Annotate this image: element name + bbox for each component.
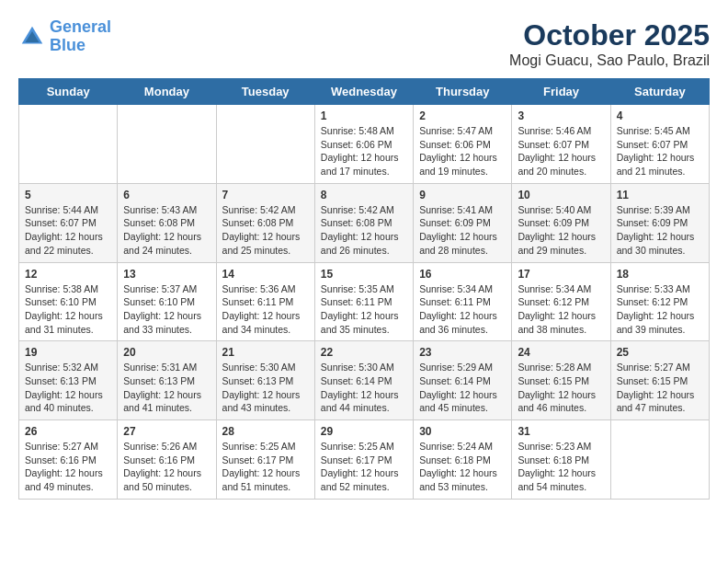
- cell-info: Sunrise: 5:44 AMSunset: 6:07 PMDaylight:…: [25, 203, 111, 258]
- sunset-text: Sunset: 6:15 PM: [518, 374, 604, 388]
- sunrise-text: Sunrise: 5:26 AM: [123, 440, 210, 454]
- sunrise-text: Sunrise: 5:35 AM: [321, 282, 407, 296]
- calendar-cell: 4Sunrise: 5:45 AMSunset: 6:07 PMDaylight…: [610, 105, 709, 184]
- day-number: 9: [419, 189, 506, 201]
- day-number: 20: [123, 346, 210, 359]
- sunrise-text: Sunrise: 5:46 AM: [518, 124, 604, 138]
- calendar-cell: 19Sunrise: 5:32 AMSunset: 6:13 PMDayligh…: [19, 341, 118, 420]
- day-number: 27: [123, 425, 210, 438]
- sunrise-text: Sunrise: 5:38 AM: [25, 282, 111, 296]
- daylight-text: Daylight: 12 hours and 47 minutes.: [617, 388, 703, 415]
- cell-info: Sunrise: 5:47 AMSunset: 6:06 PMDaylight:…: [419, 124, 506, 178]
- day-number: 23: [419, 346, 506, 359]
- sunset-text: Sunset: 6:09 PM: [518, 216, 604, 230]
- sunset-text: Sunset: 6:14 PM: [321, 374, 407, 388]
- cell-info: Sunrise: 5:29 AMSunset: 6:14 PMDaylight:…: [419, 361, 506, 415]
- calendar-cell: 14Sunrise: 5:36 AMSunset: 6:11 PMDayligh…: [216, 262, 314, 341]
- sunset-text: Sunset: 6:11 PM: [222, 295, 309, 309]
- cell-info: Sunrise: 5:25 AMSunset: 6:17 PMDaylight:…: [321, 440, 407, 494]
- title-section: October 2025 Mogi Guacu, Sao Paulo, Braz…: [509, 18, 710, 69]
- cell-info: Sunrise: 5:45 AMSunset: 6:07 PMDaylight:…: [617, 124, 703, 178]
- sunset-text: Sunset: 6:15 PM: [617, 374, 703, 388]
- sunset-text: Sunset: 6:12 PM: [617, 295, 703, 309]
- sunrise-text: Sunrise: 5:34 AM: [518, 282, 604, 296]
- daylight-text: Daylight: 12 hours and 45 minutes.: [419, 388, 506, 415]
- sunset-text: Sunset: 6:13 PM: [222, 374, 309, 388]
- cell-info: Sunrise: 5:41 AMSunset: 6:09 PMDaylight:…: [419, 203, 506, 258]
- location-title: Mogi Guacu, Sao Paulo, Brazil: [509, 52, 710, 69]
- sunrise-text: Sunrise: 5:31 AM: [123, 361, 210, 374]
- cell-info: Sunrise: 5:43 AMSunset: 6:08 PMDaylight:…: [123, 203, 210, 258]
- calendar-cell: 16Sunrise: 5:34 AMSunset: 6:11 PMDayligh…: [414, 262, 512, 341]
- day-number: 28: [222, 425, 309, 438]
- sunset-text: Sunset: 6:06 PM: [321, 138, 407, 152]
- logo-text: General Blue: [50, 18, 111, 55]
- daylight-text: Daylight: 12 hours and 30 minutes.: [617, 230, 703, 257]
- cell-info: Sunrise: 5:39 AMSunset: 6:09 PMDaylight:…: [617, 203, 703, 258]
- calendar-body: 1Sunrise: 5:48 AMSunset: 6:06 PMDaylight…: [19, 105, 710, 500]
- daylight-text: Daylight: 12 hours and 24 minutes.: [123, 230, 210, 257]
- day-number: 6: [123, 189, 210, 201]
- calendar-week-5: 26Sunrise: 5:27 AMSunset: 6:16 PMDayligh…: [19, 420, 710, 500]
- sunrise-text: Sunrise: 5:34 AM: [419, 282, 506, 296]
- daylight-text: Daylight: 12 hours and 35 minutes.: [321, 309, 407, 336]
- daylight-text: Daylight: 12 hours and 41 minutes.: [123, 388, 210, 415]
- daylight-text: Daylight: 12 hours and 44 minutes.: [321, 388, 407, 415]
- day-number: 29: [321, 425, 407, 438]
- daylight-text: Daylight: 12 hours and 19 minutes.: [419, 151, 506, 178]
- logo: General Blue: [18, 18, 111, 55]
- calendar-cell: 3Sunrise: 5:46 AMSunset: 6:07 PMDaylight…: [512, 105, 610, 184]
- cell-info: Sunrise: 5:34 AMSunset: 6:11 PMDaylight:…: [419, 282, 506, 337]
- sunset-text: Sunset: 6:17 PM: [222, 454, 309, 467]
- weekday-header-saturday: Saturday: [610, 79, 709, 105]
- day-number: 5: [25, 189, 111, 201]
- logo-icon: [18, 23, 46, 51]
- calendar-cell: [19, 105, 118, 184]
- sunrise-text: Sunrise: 5:48 AM: [321, 124, 407, 138]
- sunset-text: Sunset: 6:09 PM: [617, 216, 703, 230]
- daylight-text: Daylight: 12 hours and 36 minutes.: [419, 309, 506, 336]
- cell-info: Sunrise: 5:34 AMSunset: 6:12 PMDaylight:…: [518, 282, 604, 337]
- calendar-cell: 28Sunrise: 5:25 AMSunset: 6:17 PMDayligh…: [216, 420, 314, 500]
- calendar-week-4: 19Sunrise: 5:32 AMSunset: 6:13 PMDayligh…: [19, 341, 710, 420]
- cell-info: Sunrise: 5:40 AMSunset: 6:09 PMDaylight:…: [518, 203, 604, 258]
- calendar-cell: 31Sunrise: 5:23 AMSunset: 6:18 PMDayligh…: [512, 420, 610, 500]
- sunset-text: Sunset: 6:16 PM: [25, 454, 111, 467]
- sunrise-text: Sunrise: 5:30 AM: [321, 361, 407, 374]
- cell-info: Sunrise: 5:23 AMSunset: 6:18 PMDaylight:…: [518, 440, 604, 494]
- daylight-text: Daylight: 12 hours and 54 minutes.: [518, 466, 604, 493]
- cell-info: Sunrise: 5:37 AMSunset: 6:10 PMDaylight:…: [123, 282, 210, 337]
- sunrise-text: Sunrise: 5:27 AM: [617, 361, 703, 374]
- calendar-cell: 24Sunrise: 5:28 AMSunset: 6:15 PMDayligh…: [512, 341, 610, 420]
- daylight-text: Daylight: 12 hours and 53 minutes.: [419, 466, 506, 493]
- calendar-table: SundayMondayTuesdayWednesdayThursdayFrid…: [18, 78, 710, 500]
- sunrise-text: Sunrise: 5:29 AM: [419, 361, 506, 374]
- cell-info: Sunrise: 5:30 AMSunset: 6:14 PMDaylight:…: [321, 361, 407, 415]
- daylight-text: Daylight: 12 hours and 38 minutes.: [518, 309, 604, 336]
- calendar-cell: 25Sunrise: 5:27 AMSunset: 6:15 PMDayligh…: [610, 341, 709, 420]
- day-number: 12: [25, 268, 111, 281]
- cell-info: Sunrise: 5:32 AMSunset: 6:13 PMDaylight:…: [25, 361, 111, 415]
- daylight-text: Daylight: 12 hours and 50 minutes.: [123, 466, 210, 493]
- daylight-text: Daylight: 12 hours and 33 minutes.: [123, 309, 210, 336]
- day-number: 15: [321, 268, 407, 281]
- logo-line1: General: [50, 17, 111, 36]
- logo-line2: Blue: [50, 36, 85, 54]
- calendar-cell: 27Sunrise: 5:26 AMSunset: 6:16 PMDayligh…: [118, 420, 216, 500]
- calendar-week-2: 5Sunrise: 5:44 AMSunset: 6:07 PMDaylight…: [19, 183, 710, 262]
- sunset-text: Sunset: 6:08 PM: [123, 216, 210, 230]
- daylight-text: Daylight: 12 hours and 20 minutes.: [518, 151, 604, 178]
- sunrise-text: Sunrise: 5:42 AM: [321, 203, 407, 217]
- sunrise-text: Sunrise: 5:41 AM: [419, 203, 506, 217]
- page-header: General Blue October 2025 Mogi Guacu, Sa…: [18, 18, 710, 69]
- cell-info: Sunrise: 5:48 AMSunset: 6:06 PMDaylight:…: [321, 124, 407, 178]
- calendar-cell: 5Sunrise: 5:44 AMSunset: 6:07 PMDaylight…: [19, 183, 118, 262]
- sunset-text: Sunset: 6:10 PM: [25, 295, 111, 309]
- day-number: 14: [222, 268, 309, 281]
- sunset-text: Sunset: 6:11 PM: [419, 295, 506, 309]
- calendar-cell: 9Sunrise: 5:41 AMSunset: 6:09 PMDaylight…: [414, 183, 512, 262]
- sunset-text: Sunset: 6:18 PM: [419, 454, 506, 467]
- sunset-text: Sunset: 6:09 PM: [419, 216, 506, 230]
- sunrise-text: Sunrise: 5:27 AM: [25, 440, 111, 454]
- calendar-cell: 7Sunrise: 5:42 AMSunset: 6:08 PMDaylight…: [216, 183, 314, 262]
